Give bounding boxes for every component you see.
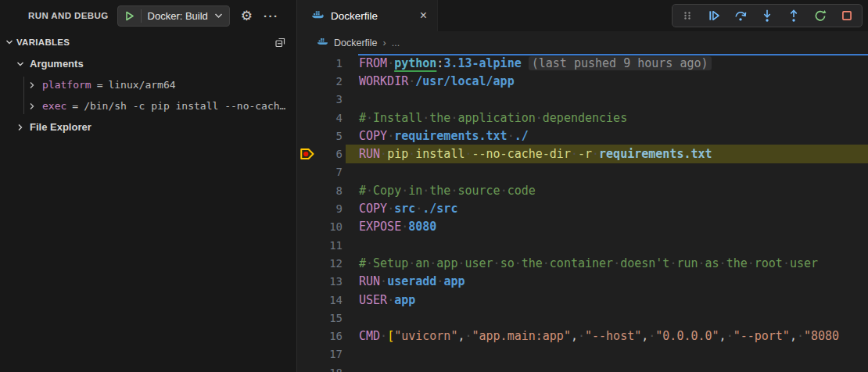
- line-content[interactable]: FROM·python:3.13-alpine (last pushed 9 h…: [346, 54, 868, 72]
- gutter[interactable]: 3: [297, 91, 346, 109]
- line-content[interactable]: EXPOSE·8080: [346, 218, 868, 236]
- variables-title: VARIABLES: [16, 38, 70, 47]
- gutter[interactable]: 5: [297, 127, 346, 145]
- editor-group: Dockerfile × Dockerfile › ... 1FROM·pyth…: [297, 0, 868, 372]
- play-icon[interactable]: [125, 11, 135, 21]
- chevron-right-icon[interactable]: [27, 80, 37, 90]
- variable-exec[interactable]: exec = /bin/sh -c pip install --no-cach…: [0, 95, 296, 116]
- variable-name: platform: [42, 79, 91, 91]
- line-content[interactable]: [346, 236, 868, 254]
- line-content[interactable]: CMD·["uvicorn",·"app.main:app",·"--host"…: [346, 327, 868, 345]
- code-line[interactable]: 9COPY·src·./src: [297, 199, 868, 217]
- breadcrumb: Dockerfile › ...: [297, 31, 868, 54]
- line-number: 2: [336, 75, 343, 88]
- gutter[interactable]: 1: [297, 54, 346, 72]
- editor-focus-border: [358, 54, 868, 55]
- line-number: 18: [329, 367, 343, 372]
- line-content[interactable]: RUN·pip·install·--no-cache-dir·-r·requir…: [346, 145, 868, 163]
- code-line[interactable]: 4#·Install·the·application·dependencies: [297, 109, 868, 127]
- docker-whale-icon: [317, 37, 328, 48]
- breadcrumb-separator: ›: [383, 38, 386, 48]
- line-content[interactable]: [346, 363, 868, 372]
- scope-file-explorer[interactable]: File Explorer: [0, 116, 296, 138]
- chevron-down-icon[interactable]: [5, 38, 14, 47]
- gutter[interactable]: 8: [297, 181, 346, 199]
- stop-icon[interactable]: [839, 8, 855, 23]
- line-content[interactable]: #·Setup·an·app·user·so·the·container·doe…: [346, 254, 868, 272]
- code-line[interactable]: 8#·Copy·in·the·source·code: [297, 181, 868, 199]
- code-line[interactable]: 13RUN·useradd·app: [297, 273, 868, 291]
- chevron-right-icon[interactable]: [27, 102, 37, 111]
- line-content[interactable]: [346, 309, 868, 327]
- gutter[interactable]: 12: [297, 254, 346, 272]
- equals-sign: =: [97, 79, 103, 91]
- line-number: 8: [336, 184, 343, 197]
- line-content[interactable]: [346, 91, 868, 109]
- gutter[interactable]: 9: [297, 199, 346, 217]
- variable-platform[interactable]: platform = linux/arm64: [0, 74, 296, 95]
- code-line[interactable]: 5COPY·requirements.txt·./: [297, 127, 868, 145]
- code-line[interactable]: 10EXPOSE·8080: [297, 218, 868, 236]
- gutter[interactable]: 10: [297, 218, 346, 236]
- gripper-icon[interactable]: [680, 8, 695, 23]
- line-content[interactable]: RUN·useradd·app: [346, 273, 868, 291]
- gutter[interactable]: 2: [297, 72, 346, 90]
- line-content[interactable]: #·Copy·in·the·source·code: [346, 181, 868, 199]
- gutter[interactable]: 18: [297, 363, 346, 372]
- code-line[interactable]: 14USER·app: [297, 291, 868, 309]
- code-editor[interactable]: 1FROM·python:3.13-alpine (last pushed 9 …: [297, 54, 868, 372]
- collapse-all-icon[interactable]: [274, 36, 287, 49]
- gutter[interactable]: 4: [297, 109, 346, 127]
- more-actions-icon[interactable]: ···: [264, 9, 279, 23]
- scope-arguments[interactable]: Arguments: [0, 53, 296, 74]
- code-line[interactable]: 7: [297, 163, 868, 181]
- gutter[interactable]: 17: [297, 345, 346, 363]
- line-content[interactable]: COPY·requirements.txt·./: [346, 127, 868, 145]
- code-line[interactable]: 17: [297, 345, 868, 363]
- restart-icon[interactable]: [812, 8, 828, 23]
- code-line[interactable]: 18: [297, 363, 868, 372]
- code-line[interactable]: 1FROM·python:3.13-alpine (last pushed 9 …: [297, 54, 868, 72]
- gutter[interactable]: 14: [297, 291, 346, 309]
- breadcrumb-symbol[interactable]: ...: [392, 38, 400, 48]
- line-number: 12: [329, 257, 343, 270]
- variables-section-header[interactable]: VARIABLES: [0, 31, 296, 53]
- code-line[interactable]: 6RUN·pip·install·--no-cache-dir·-r·requi…: [297, 145, 868, 163]
- line-number: 16: [329, 330, 343, 342]
- launch-config-dropdown[interactable]: Docker: Build: [117, 5, 230, 27]
- step-out-icon[interactable]: [786, 8, 802, 23]
- panel-title: RUN AND DEBUG: [28, 11, 109, 20]
- code-line[interactable]: 16CMD·["uvicorn",·"app.main:app",·"--hos…: [297, 327, 868, 345]
- debug-pointer-icon: [299, 147, 315, 161]
- gutter[interactable]: 16: [297, 327, 346, 345]
- code-line[interactable]: 12#·Setup·an·app·user·so·the·container·d…: [297, 254, 868, 272]
- chevron-down-icon: [214, 13, 223, 19]
- docker-whale-icon: [311, 9, 325, 23]
- tab-dockerfile[interactable]: Dockerfile ×: [297, 0, 438, 31]
- step-into-icon[interactable]: [759, 8, 775, 23]
- continue-icon[interactable]: [706, 8, 722, 23]
- code-line[interactable]: 11: [297, 236, 868, 254]
- gutter[interactable]: 7: [297, 163, 346, 181]
- line-content[interactable]: #·Install·the·application·dependencies: [346, 109, 868, 127]
- breadcrumb-file[interactable]: Dockerfile: [334, 38, 378, 48]
- gutter[interactable]: 13: [297, 273, 346, 291]
- line-content[interactable]: [346, 163, 868, 181]
- line-number: 6: [336, 148, 343, 160]
- line-content[interactable]: [346, 345, 868, 363]
- line-content[interactable]: USER·app: [346, 291, 868, 309]
- code-line[interactable]: 2WORKDIR·/usr/local/app: [297, 72, 868, 90]
- line-content[interactable]: WORKDIR·/usr/local/app: [346, 72, 868, 90]
- code-line[interactable]: 15: [297, 309, 868, 327]
- dropdown-divider: [141, 9, 142, 23]
- gutter[interactable]: 6: [297, 145, 346, 163]
- step-over-icon[interactable]: [733, 8, 748, 23]
- close-icon[interactable]: ×: [418, 9, 429, 23]
- line-content[interactable]: COPY·src·./src: [346, 199, 868, 217]
- code-line[interactable]: 3: [297, 91, 868, 109]
- gutter[interactable]: 11: [297, 236, 346, 254]
- gear-icon[interactable]: ⚙: [241, 9, 253, 23]
- gutter[interactable]: 15: [297, 309, 346, 327]
- run-and-debug-sidebar: RUN AND DEBUG Docker: Build ⚙ ··· VARIAB…: [0, 0, 297, 372]
- scope-label: Arguments: [30, 58, 84, 70]
